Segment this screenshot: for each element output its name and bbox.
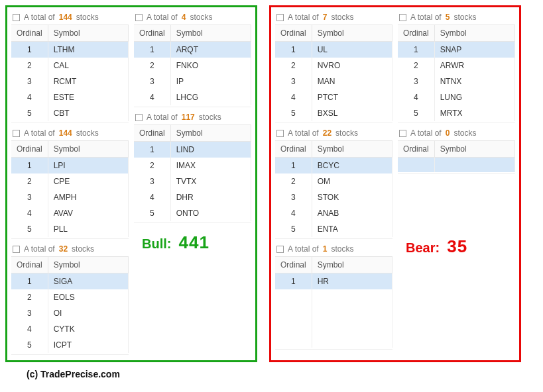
checkbox-icon[interactable] <box>135 14 143 21</box>
col-ordinal[interactable]: Ordinal <box>398 141 434 158</box>
cell-symbol: HR <box>312 273 392 290</box>
table-row[interactable]: 1LIND <box>134 142 251 158</box>
table-row[interactable]: 5ONTO <box>134 205 251 221</box>
table-row[interactable]: 1BCYC <box>275 158 392 174</box>
col-symbol[interactable]: Symbol <box>434 25 514 42</box>
cell-ordinal: 1 <box>11 42 48 58</box>
block-header: A total of 144 stocks <box>11 126 129 140</box>
table-row[interactable]: 3TVTX <box>134 173 251 189</box>
col-ordinal[interactable]: Ordinal <box>275 25 312 42</box>
stock-block: A total of 7 stocksOrdinalSymbol1UL2NVRO… <box>275 10 392 123</box>
table-row[interactable]: 2IMAX <box>134 158 251 173</box>
cell-ordinal: 5 <box>11 337 48 353</box>
cell-symbol: IMAX <box>170 158 251 173</box>
col-symbol[interactable]: Symbol <box>434 141 514 158</box>
col-symbol[interactable]: Symbol <box>48 257 128 273</box>
checkbox-icon[interactable] <box>276 130 284 137</box>
table-row[interactable]: 4ESTE <box>11 89 129 105</box>
table-row[interactable]: 1UL <box>275 42 392 58</box>
checkbox-icon[interactable] <box>399 14 406 21</box>
table-row[interactable]: 2FNKO <box>134 58 251 74</box>
cell-ordinal: 4 <box>275 205 312 221</box>
table-row[interactable]: 3MAN <box>275 74 392 89</box>
stock-table: OrdinalSymbol1BCYC2OM3STOK4ANAB5ENTA <box>275 140 392 237</box>
cell-ordinal: 2 <box>11 289 48 305</box>
table-row[interactable]: 5ICPT <box>11 337 129 353</box>
col-ordinal[interactable]: Ordinal <box>134 25 170 42</box>
col-symbol[interactable]: Symbol <box>48 25 128 42</box>
cell-symbol: LPI <box>48 158 128 174</box>
table-row[interactable]: 3OI <box>11 305 129 321</box>
cell-symbol: NVRO <box>312 58 392 74</box>
table-row[interactable]: 5MRTX <box>398 105 515 121</box>
stock-block: A total of 4 stocksOrdinalSymbol1ARQT2FN… <box>134 10 251 107</box>
table-row[interactable]: 1HR <box>275 273 392 290</box>
table-row[interactable]: 3RCMT <box>11 74 129 89</box>
total-count: 144 <box>59 128 72 138</box>
stock-block: A total of 0 stocksOrdinalSymbol <box>398 126 515 174</box>
col-symbol[interactable]: Symbol <box>170 125 251 142</box>
table-row[interactable]: 2OM <box>275 173 392 189</box>
table-row[interactable]: 2CAL <box>11 58 129 74</box>
cell-ordinal: 4 <box>11 205 48 221</box>
col-ordinal[interactable]: Ordinal <box>275 257 312 273</box>
cell-ordinal: 1 <box>11 273 48 290</box>
checkbox-icon[interactable] <box>13 130 20 137</box>
table-row[interactable]: 1SNAP <box>398 42 515 58</box>
table-row[interactable]: 3STOK <box>275 189 392 205</box>
col-symbol[interactable]: Symbol <box>48 141 128 158</box>
checkbox-icon[interactable] <box>276 246 284 253</box>
table-row[interactable]: 1LPI <box>11 158 129 174</box>
col-ordinal[interactable]: Ordinal <box>11 141 48 158</box>
block-header: A total of 7 stocks <box>275 10 392 24</box>
checkbox-icon[interactable] <box>276 14 284 21</box>
table-row[interactable]: 1SIGA <box>11 273 129 290</box>
total-suffix: stocks <box>335 128 358 138</box>
checkbox-icon[interactable] <box>13 14 20 21</box>
table-row[interactable]: 5BXSL <box>275 105 392 121</box>
col-ordinal[interactable]: Ordinal <box>134 125 170 142</box>
table-row[interactable]: 3AMPH <box>11 189 129 205</box>
table-row[interactable]: 4ANAB <box>275 205 392 221</box>
total-prefix: A total of <box>24 244 55 254</box>
table-row[interactable]: 4DHR <box>134 189 251 205</box>
table-row[interactable]: 5ENTA <box>275 221 392 237</box>
table-row[interactable]: 4LHCG <box>134 89 251 105</box>
block-header: A total of 144 stocks <box>11 10 129 24</box>
table-row[interactable]: 2EOLS <box>11 289 129 305</box>
table-row[interactable]: 4LUNG <box>398 89 515 105</box>
col-ordinal[interactable]: Ordinal <box>398 25 434 42</box>
cell-ordinal: 4 <box>134 189 170 205</box>
table-row[interactable]: 4CYTK <box>11 321 129 337</box>
cell-ordinal: 2 <box>11 58 48 74</box>
table-row[interactable]: 3IP <box>134 74 251 89</box>
table-row[interactable]: 2ARWR <box>398 58 515 74</box>
table-row[interactable]: 4PTCT <box>275 89 392 105</box>
checkbox-icon[interactable] <box>399 130 406 137</box>
table-row-empty <box>275 289 392 304</box>
table-row[interactable]: 1LTHM <box>11 42 129 58</box>
col-ordinal[interactable]: Ordinal <box>275 141 312 158</box>
cell-symbol: TVTX <box>170 173 251 189</box>
stock-block: A total of 32 stocksOrdinalSymbol1SIGA2E… <box>11 242 129 355</box>
table-row[interactable]: 2NVRO <box>275 58 392 74</box>
col-symbol[interactable]: Symbol <box>170 25 251 42</box>
table-row[interactable]: 1ARQT <box>134 42 251 58</box>
block-header: A total of 22 stocks <box>275 126 392 140</box>
cell-symbol: AVAV <box>48 205 128 221</box>
checkbox-icon[interactable] <box>135 114 143 121</box>
col-symbol[interactable]: Symbol <box>312 25 392 42</box>
col-ordinal[interactable]: Ordinal <box>11 257 48 273</box>
stock-table: OrdinalSymbol1LTHM2CAL3RCMT4ESTE5CBT <box>11 24 129 121</box>
table-row[interactable]: 2CPE <box>11 173 129 189</box>
checkbox-icon[interactable] <box>13 246 20 253</box>
table-row[interactable]: 5PLL <box>11 221 129 237</box>
col-ordinal[interactable]: Ordinal <box>11 25 48 42</box>
block-header: A total of 117 stocks <box>134 110 251 124</box>
table-row[interactable]: 3NTNX <box>398 74 515 89</box>
table-row[interactable]: 4AVAV <box>11 205 129 221</box>
table-row[interactable]: 5CBT <box>11 105 129 121</box>
cell-ordinal: 3 <box>134 173 170 189</box>
col-symbol[interactable]: Symbol <box>312 141 392 158</box>
col-symbol[interactable]: Symbol <box>312 257 392 273</box>
